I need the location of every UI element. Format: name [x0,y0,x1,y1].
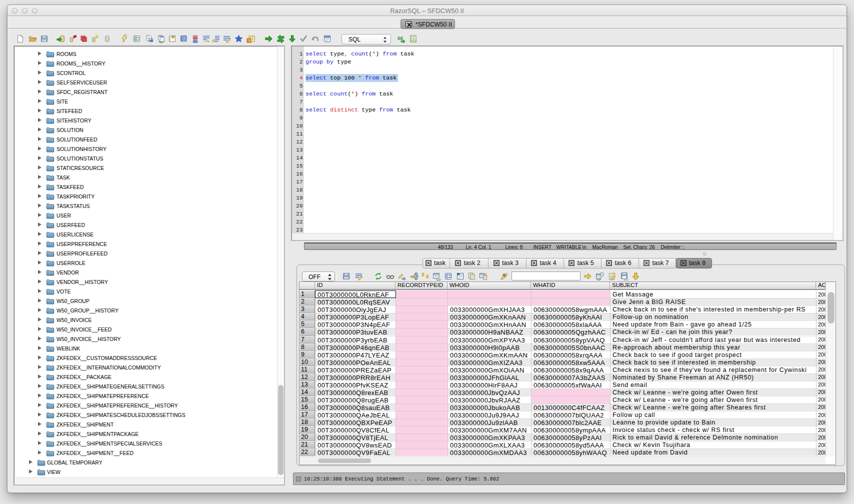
svg-text:66: 66 [398,36,404,41]
